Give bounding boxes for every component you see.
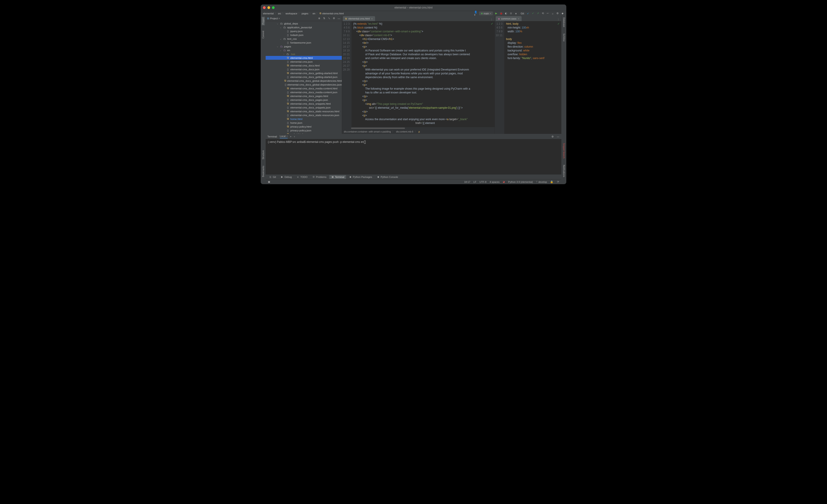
terminal-tab[interactable]: Local × bbox=[280, 135, 288, 138]
history-icon[interactable]: ⟲ bbox=[541, 12, 544, 15]
tree-node[interactable]: {}elemental-cms_docs_snippets.json bbox=[265, 106, 342, 109]
tree-node[interactable]: ⧉elemental-cms_docs_global-dependencies.… bbox=[265, 79, 342, 82]
collapse-all-icon[interactable]: ⤡ bbox=[328, 17, 331, 20]
git-push-icon[interactable]: ↗ bbox=[536, 12, 539, 15]
structure-tool-tab[interactable]: Structure bbox=[262, 149, 264, 160]
close-tab-icon[interactable]: × bbox=[518, 17, 520, 20]
hide-icon[interactable]: — bbox=[337, 17, 340, 20]
caret-position[interactable]: 18:17 bbox=[464, 181, 470, 183]
close-icon[interactable] bbox=[263, 6, 265, 9]
crumb[interactable]: en bbox=[312, 12, 315, 15]
editor-tab[interactable]: ◈common.sass× bbox=[496, 16, 522, 21]
bottom-tab-problems[interactable]: ⊝Problems bbox=[310, 175, 328, 179]
bottom-tab-todo[interactable]: ≡TODO bbox=[294, 175, 309, 179]
git-commit-icon[interactable]: ✓ bbox=[531, 12, 534, 15]
bottom-tab-debug[interactable]: ▶Debug bbox=[279, 175, 293, 179]
ide-features-icon[interactable]: ◆ bbox=[561, 12, 564, 15]
tree-node[interactable]: {}elemental-cms_docs_static-resources.js… bbox=[265, 113, 342, 117]
tree-node[interactable]: {}elemental-cms_docs_media-content.json bbox=[265, 90, 342, 94]
revert-icon[interactable]: ⤺ bbox=[546, 12, 549, 15]
coverage-icon[interactable]: ◐ bbox=[504, 12, 508, 15]
editor-menu-icon[interactable]: ⋮ bbox=[490, 18, 493, 21]
git-update-icon[interactable]: ↙ bbox=[526, 12, 529, 15]
editor-tab[interactable]: ⧉elemental-cms.html× bbox=[343, 16, 375, 21]
search-icon[interactable]: ⌕ bbox=[551, 12, 554, 15]
tree-node[interactable]: ⌄🗀text_css bbox=[265, 37, 342, 41]
tree-node[interactable]: {}elemental-cms_docs_pages.json bbox=[265, 98, 342, 102]
tree-node[interactable]: ⧉elemental-cms_docs.html bbox=[265, 64, 342, 67]
inspection-ok-icon[interactable]: ✓ bbox=[557, 22, 560, 25]
bottom-tab-python-packages[interactable]: ◆Python Packages bbox=[347, 175, 374, 179]
new-terminal-button[interactable]: + bbox=[290, 135, 291, 138]
bookmarks-tool-tab[interactable]: Bookmarks bbox=[262, 165, 264, 178]
run-config-dropdown[interactable]: ◆main▾ bbox=[479, 11, 493, 15]
code-area[interactable]: {% extends "en.html" %} {% block content… bbox=[351, 21, 495, 127]
tree-node[interactable]: ⧉elemental-cms.html bbox=[265, 56, 342, 60]
tree-node[interactable]: ⌄🗀global_deps bbox=[265, 21, 342, 25]
status-tool-icon[interactable]: ▣ bbox=[267, 180, 271, 183]
terminal-body[interactable]: (.venv) Pablos-MBP:src anibal$ elemental… bbox=[265, 139, 562, 174]
line-separator[interactable]: LF bbox=[474, 181, 476, 183]
bottom-tab-terminal[interactable]: ▣Terminal bbox=[329, 175, 346, 179]
notifications-tool-tab[interactable]: Notifications bbox=[563, 164, 565, 178]
expand-all-icon[interactable]: ⇅ bbox=[323, 17, 326, 20]
tree-node[interactable]: ⌄🗀en bbox=[265, 48, 342, 52]
tree-node[interactable]: {}elemental-cms.json bbox=[265, 60, 342, 64]
crumb[interactable]: pages bbox=[302, 12, 308, 15]
git-branch[interactable]: ᛘ develop bbox=[536, 181, 547, 183]
crumb-file[interactable]: ⧉elemental-cms.html bbox=[320, 12, 344, 15]
tree-node[interactable]: ⧉elemental-cms_docs_getting-started.html bbox=[265, 71, 342, 75]
terminal-dropdown-icon[interactable]: ∨ bbox=[294, 135, 295, 138]
sync-icon[interactable]: ⟳ bbox=[556, 180, 560, 183]
minimize-icon[interactable] bbox=[267, 6, 270, 9]
terminal-settings-icon[interactable]: ⚙ bbox=[551, 135, 554, 138]
profile-icon[interactable]: ⊙ bbox=[509, 12, 513, 15]
snippet-search-tool-tab[interactable]: Snippet Search bbox=[563, 142, 565, 159]
database-tool-tab[interactable]: Database bbox=[563, 17, 565, 28]
tree-node[interactable]: {}fontawesome.json bbox=[265, 41, 342, 45]
sciview-tool-tab[interactable]: SciView bbox=[563, 33, 565, 42]
inspector-icon[interactable]: ◕ bbox=[503, 180, 505, 183]
main-editor[interactable]: 1 2 3 4 5 6 7 8 9 10 11 12 13 14 15 16 1… bbox=[342, 21, 495, 127]
terminal-hide-icon[interactable]: — bbox=[556, 135, 560, 138]
tree-node[interactable]: {}lodash.json bbox=[265, 33, 342, 37]
tree-node[interactable]: ⌄🗀pages bbox=[265, 45, 342, 48]
tree-node[interactable]: ⌄🗀application_javascript bbox=[265, 25, 342, 29]
interpreter[interactable]: Python 3.9 (elemental) bbox=[508, 181, 533, 183]
crumb[interactable]: src bbox=[278, 12, 281, 15]
project-tree[interactable]: ⌄🗀global_deps⌄🗀application_javascript{}j… bbox=[265, 21, 342, 134]
tree-node[interactable]: ⧉elemental-cms_docs_media-content.html bbox=[265, 87, 342, 90]
breadcrumb[interactable]: elemental〉 src〉 workspace〉 pages〉 en〉 ⧉e… bbox=[263, 12, 344, 15]
encoding[interactable]: UTF-8 bbox=[480, 181, 487, 183]
zoom-icon[interactable] bbox=[272, 6, 275, 9]
lock-icon[interactable]: 🔒 bbox=[550, 180, 553, 183]
editor-breadcrumb[interactable]: div.container.container--with-smart-x-pa… bbox=[342, 129, 495, 134]
tree-node[interactable]: ⧉elemental-cms_docs_snippets.html bbox=[265, 102, 342, 106]
tree-node[interactable]: {}elemental-cms_docs.json bbox=[265, 67, 342, 71]
settings-icon[interactable]: ⚙ bbox=[332, 17, 336, 20]
side-editor[interactable]: 1 2 3 4 5 6 7 8 9 10 11 html, body min-h… bbox=[495, 21, 561, 134]
crumb[interactable]: elemental bbox=[263, 12, 274, 15]
h-scrollbar[interactable] bbox=[342, 127, 495, 129]
project-tool-tab[interactable]: Project bbox=[261, 17, 265, 25]
select-opened-icon[interactable]: ⊕ bbox=[318, 17, 321, 20]
run-icon[interactable]: ▶ bbox=[495, 12, 498, 15]
code-area[interactable]: html, body min-height: 100vh width: 100%… bbox=[504, 21, 561, 134]
editor-menu-icon[interactable]: ⋮ bbox=[557, 18, 560, 21]
settings-icon[interactable]: ⚙ bbox=[556, 12, 559, 15]
bottom-tab-python-console[interactable]: ◆Python Console bbox=[375, 175, 400, 179]
tree-node[interactable]: {}privacy-policy.json bbox=[265, 128, 342, 132]
tree-node[interactable]: ⧉elemental-cms_docs_static-resources.htm… bbox=[265, 109, 342, 113]
user-dropdown-icon[interactable]: 👤▾ bbox=[474, 12, 477, 15]
bottom-tab-git[interactable]: ⎘Git bbox=[267, 175, 278, 179]
tree-node[interactable]: {}jquery.json bbox=[265, 29, 342, 33]
tree-node[interactable]: ⧉elemental-cms_docs_pages.html bbox=[265, 94, 342, 98]
stop-icon[interactable]: ■ bbox=[515, 12, 518, 15]
tree-node[interactable]: {}elemental-cms_docs_getting-started.jso… bbox=[265, 75, 342, 79]
tree-node[interactable]: ›🗀.bak bbox=[265, 52, 342, 56]
crumb[interactable]: workspace bbox=[285, 12, 297, 15]
tree-node[interactable]: ⧉rocket.html bbox=[265, 132, 342, 134]
close-tab-icon[interactable]: × bbox=[371, 17, 373, 20]
tree-node[interactable]: {}elemental-cms_docs_global-dependencies… bbox=[265, 82, 342, 87]
indent[interactable]: 4 spaces bbox=[490, 181, 499, 183]
